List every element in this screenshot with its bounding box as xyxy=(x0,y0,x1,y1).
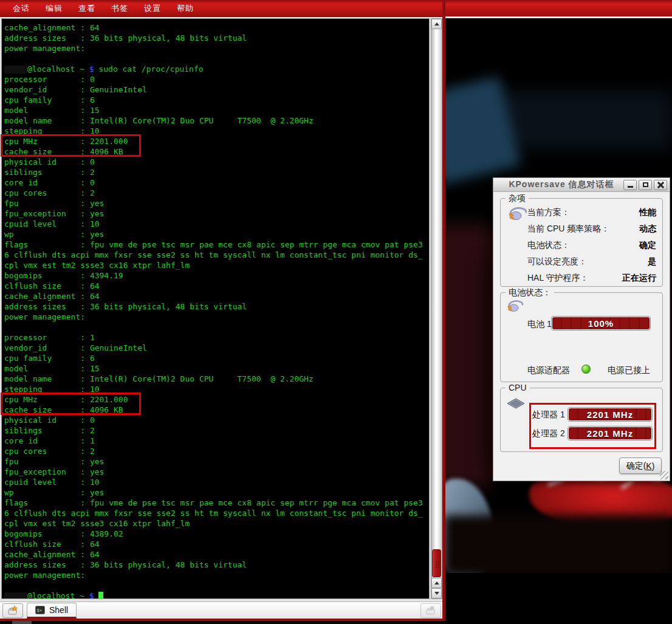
menu-bar: 会话 编辑 查看 书签 设置 帮助 xyxy=(0,0,444,17)
misc-legend: 杂项 xyxy=(506,193,529,204)
power-plug-icon xyxy=(507,299,524,314)
terminal-line: cache_alignment : 64 xyxy=(4,549,429,560)
menu-item-bookmarks[interactable]: 书签 xyxy=(103,3,136,14)
terminal-line: cpuid level : 10 xyxy=(4,477,429,487)
terminal-line: @localhost ~ $ sudo cat /proc/cpuinfo xyxy=(4,64,429,74)
terminal-line: cpu family : 6 xyxy=(4,353,429,363)
terminal-line: 6 clflush dts acpi mmx fxsr sse sse2 ss … xyxy=(4,508,429,518)
terminal-line: processor : 0 xyxy=(4,74,429,84)
up-arrow-icon xyxy=(434,22,439,26)
redacted-username xyxy=(4,66,27,74)
terminal-viewport[interactable]: cache_alignment : 64address sizes : 36 b… xyxy=(1,18,430,599)
up-arrow-icon xyxy=(434,581,439,585)
desktop-bottom-strip xyxy=(0,621,445,624)
wallpaper-red-bar xyxy=(445,0,672,16)
terminal-line xyxy=(4,53,429,64)
close-session-button[interactable] xyxy=(420,603,441,618)
terminal-line: model name : Intel(R) Core(TM)2 Duo CPU … xyxy=(4,115,429,126)
dialog-titlebar[interactable]: KPowersave 信息对话框 xyxy=(493,178,670,192)
terminal-line: @localhost ~ $ xyxy=(4,591,429,599)
battery-legend: 电池状态： xyxy=(506,287,554,298)
scroll-up-button[interactable] xyxy=(431,19,442,29)
close-session-icon xyxy=(425,606,436,615)
terminal-line: wp : yes xyxy=(4,229,429,239)
terminal-line: clflush size : 64 xyxy=(4,281,429,291)
konsole-icon: $> xyxy=(35,605,45,615)
minimize-icon xyxy=(628,186,633,188)
terminal-line: cpu family : 6 xyxy=(4,95,429,105)
terminal-line: power management: xyxy=(4,43,429,53)
adapter-label: 电源适配器 xyxy=(527,365,570,376)
terminal-line: address sizes : 36 bits physical, 48 bit… xyxy=(4,301,429,312)
terminal-line: stepping : 10 xyxy=(4,384,429,394)
resize-grip[interactable] xyxy=(660,471,668,479)
desktop: 会话 编辑 查看 书签 设置 帮助 cache_alignment : 64ad… xyxy=(0,0,672,624)
menu-item-edit[interactable]: 编辑 xyxy=(38,3,70,14)
terminal-line: cpl vmx est tm2 ssse3 cx16 xtpr lahf_lm xyxy=(4,518,429,529)
tab-shell[interactable]: $> Shell xyxy=(27,603,77,619)
ok-button[interactable]: 确定(K) xyxy=(619,458,662,474)
terminal-line: power management: xyxy=(4,570,429,580)
new-session-button[interactable] xyxy=(2,603,23,618)
processor2-label: 处理器 2 xyxy=(532,428,565,439)
terminal-scrollbar[interactable] xyxy=(431,18,442,599)
svg-text:$>: $> xyxy=(37,608,42,613)
battery1-value: 100% xyxy=(552,317,650,329)
terminal-line: cpu MHz : 2201.000 xyxy=(4,136,429,146)
terminal-line: fpu_exception : yes xyxy=(4,467,429,477)
power-plug-icon xyxy=(508,206,527,222)
menu-item-session[interactable]: 会话 xyxy=(5,3,38,14)
terminal-line: cpl vmx est tm2 ssse3 cx16 xtpr lahf_lm xyxy=(4,260,429,270)
menu-item-help[interactable]: 帮助 xyxy=(169,3,202,14)
terminal-line: power management: xyxy=(4,312,429,322)
battery1-progressbar: 100% xyxy=(551,316,651,331)
terminal-line: 6 clflush dts acpi mmx fxsr sse sse2 ss … xyxy=(4,250,429,260)
terminal-line: flags : fpu vme de pse tsc msr pae mce c… xyxy=(4,498,429,508)
maximize-button[interactable] xyxy=(639,180,652,190)
processor1-progressbar: 2201 MHz xyxy=(567,407,653,422)
terminal-line: cpu cores : 2 xyxy=(4,188,429,198)
terminal-line: cpuid level : 10 xyxy=(4,219,429,229)
adapter-led-icon xyxy=(581,365,591,374)
terminal-line: address sizes : 36 bits physical, 48 bit… xyxy=(4,33,429,43)
terminal-line: wp : yes xyxy=(4,487,429,498)
menu-item-view[interactable]: 查看 xyxy=(70,3,103,14)
window-border-right xyxy=(442,0,444,621)
processor1-value: 2201 MHz xyxy=(569,408,651,420)
terminal-screen[interactable]: cache_alignment : 64address sizes : 36 b… xyxy=(2,19,429,598)
close-button[interactable] xyxy=(654,180,667,190)
window-controls xyxy=(623,180,670,190)
terminal-line: cache size : 4096 KB xyxy=(4,146,429,157)
terminal-line: processor : 1 xyxy=(4,332,429,343)
processor1-label: 处理器 1 xyxy=(532,410,565,420)
terminal-line xyxy=(4,580,429,591)
terminal-line: stepping : 10 xyxy=(4,126,429,136)
cpu-group: CPU 处理器 1 2201 MHz 处理器 2 2201 MHz xyxy=(500,388,663,452)
scrollbar-thumb[interactable] xyxy=(432,549,441,577)
thumb-grip-icon xyxy=(436,561,437,563)
maximize-icon xyxy=(643,182,648,187)
minimize-button[interactable] xyxy=(623,180,637,190)
terminal-line: bogomips : 4394.19 xyxy=(4,270,429,281)
misc-row: 可以设定亮度：是 xyxy=(527,256,656,268)
menu-item-settings[interactable]: 设置 xyxy=(136,3,169,14)
misc-row: 电池状态：确定 xyxy=(527,239,656,252)
terminal-cursor xyxy=(98,592,103,599)
cpu-legend: CPU xyxy=(506,383,530,393)
terminal-line: bogomips : 4389.02 xyxy=(4,529,429,539)
terminal-line: cache_alignment : 64 xyxy=(4,291,429,301)
misc-row: 当前方案：性能 xyxy=(527,207,656,219)
dialog-title: KPowersave 信息对话框 xyxy=(493,179,623,190)
terminal-line: fpu : yes xyxy=(4,456,429,467)
scroll-down-button[interactable] xyxy=(431,588,442,598)
terminal-line: model name : Intel(R) Core(TM)2 Duo CPU … xyxy=(4,374,429,384)
misc-row: 当前 CPU 频率策略：动态 xyxy=(527,223,656,235)
scroll-up-button-bottom[interactable] xyxy=(431,578,442,588)
terminal-line: physical id : 0 xyxy=(4,157,429,167)
kpowersave-dialog: KPowersave 信息对话框 杂项 当前方案：性能 当前 CPU 频率策略：… xyxy=(493,177,670,481)
taskbar-peek xyxy=(12,621,32,624)
adapter-status: 电源已接上 xyxy=(608,365,650,376)
terminal-line: core id : 1 xyxy=(4,436,429,446)
down-arrow-icon xyxy=(434,592,439,595)
terminal-line: cpu MHz : 2201.000 xyxy=(4,394,429,405)
